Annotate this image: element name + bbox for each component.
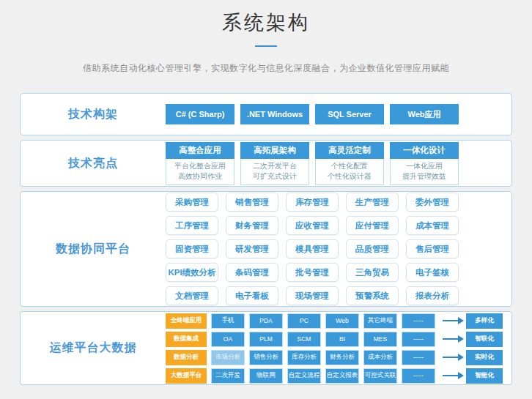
highlight-card-body: 个性化配置 个性化设计器 — [315, 159, 384, 185]
node-box: 库存分析 — [287, 350, 321, 365]
page-title: 系统架构 — [0, 10, 532, 36]
result-box: 智能化 — [466, 368, 503, 384]
node-box: ----- — [402, 368, 435, 384]
node-box: BI — [325, 332, 359, 347]
module-button: 三角贸易 — [346, 263, 399, 282]
node-box: MES — [363, 332, 397, 347]
bigdata-rows: 全终端应用 手机 PDA PC Web 其它终端 ----- 多样化 数据集成 … — [166, 312, 511, 384]
module-button: 财务管理 — [226, 216, 278, 235]
highlight-line: 平台化整合应用 — [166, 161, 234, 171]
module-button: 研发管理 — [226, 239, 278, 258]
module-button: 电子签核 — [406, 263, 459, 282]
result-box: 实时化 — [466, 350, 503, 365]
tech-stack-buttons: C# (C Sharp) .NET Windows SQL Server Web… — [166, 94, 511, 135]
category-label: 大数据平台 — [166, 368, 207, 384]
highlight-line: 个性化设计器 — [316, 171, 383, 182]
tech-button: Web应用 — [390, 104, 459, 124]
section-bigdata: 运维平台大数据 全终端应用 手机 PDA PC Web 其它终端 ----- 多… — [20, 311, 512, 385]
module-button: 生产管理 — [346, 193, 399, 212]
flow-arrow-icon — [443, 357, 459, 358]
result-box: 智联化 — [466, 332, 503, 347]
node-box: 自定义流程 — [287, 368, 321, 384]
highlight-line: 二次开发平台 — [241, 161, 309, 171]
bigdata-row: 大数据平台 二次开发 物联网 自定义流程 自定义报表 可控式关联 ----- 智… — [166, 368, 503, 384]
module-button: 售后管理 — [406, 239, 459, 258]
highlight-line: 一体化应用 — [391, 161, 458, 171]
module-button: 文档管理 — [166, 286, 218, 305]
node-box: 其它终端 — [363, 313, 397, 329]
node-box: PC — [287, 313, 321, 329]
module-button: 委外管理 — [406, 193, 459, 212]
highlight-card-title: 高整合应用 — [166, 142, 234, 159]
module-button: 报表分析 — [406, 286, 459, 305]
module-button: 品质管理 — [346, 239, 399, 258]
node-box: ----- — [402, 313, 435, 329]
module-button: 批号管理 — [286, 263, 339, 282]
module-button: 工序管理 — [166, 216, 218, 235]
node-box: ----- — [402, 350, 435, 365]
module-grid-wrap: 采购管理 销售管理 库存管理 生产管理 委外管理 工序管理 财务管理 应收管理 … — [166, 192, 511, 306]
highlight-card-body: 一体化应用 提升管理效益 — [390, 159, 459, 185]
section-data-platform: 数据协同平台 采购管理 销售管理 库存管理 生产管理 委外管理 工序管理 财务管… — [20, 191, 512, 307]
node-box: 手机 — [211, 313, 245, 329]
tech-button: SQL Server — [315, 104, 384, 124]
module-grid: 采购管理 销售管理 库存管理 生产管理 委外管理 工序管理 财务管理 应收管理 … — [166, 193, 459, 305]
node-box: 二次开发 — [211, 368, 245, 384]
bigdata-row: 数据分析 市场分析 销售分析 库存分析 财务分析 成本分析 ----- 实时化 — [166, 350, 503, 365]
section-label-bigdata: 运维平台大数据 — [21, 312, 166, 384]
highlight-line: 高效协同作业 — [166, 171, 234, 182]
node-box: 成本分析 — [363, 350, 397, 365]
node-box: OA — [211, 332, 245, 347]
highlight-card-body: 二次开发平台 可扩充式设计 — [240, 159, 309, 185]
node-box: 销售分析 — [249, 350, 283, 365]
section-label-tech-stack: 技术构架 — [21, 94, 166, 135]
module-button: 电子看板 — [226, 286, 278, 305]
category-label: 数据分析 — [166, 350, 207, 365]
highlight-card: 高整合应用 平台化整合应用 高效协同作业 — [166, 142, 234, 185]
node-box: PLM — [249, 332, 283, 347]
system-architecture-page: 系统架构 借助系统自动化核心管理引擎，实现数字化与信息化深度融合，为企业数值化管… — [0, 0, 532, 385]
node-box: ----- — [402, 332, 435, 347]
section-label-highlights: 技术亮点 — [21, 141, 166, 186]
category-label: 数据集成 — [166, 332, 207, 347]
category-label: 全终端应用 — [166, 313, 207, 329]
node-box: 可控式关联 — [363, 368, 397, 384]
node-box: 物联网 — [249, 368, 283, 384]
node-box: 市场分析 — [211, 350, 245, 365]
highlight-card-body: 平台化整合应用 高效协同作业 — [166, 159, 234, 185]
highlight-card-title: 高灵活定制 — [315, 142, 384, 159]
tech-button: .NET Windows — [240, 104, 309, 124]
bigdata-row: 数据集成 OA PLM SCM BI MES ----- 智联化 — [166, 332, 503, 347]
page-subtitle: 借助系统自动化核心管理引擎，实现数字化与信息化深度融合，为企业数值化管理应用赋能 — [0, 62, 532, 75]
module-button: 预警系统 — [346, 286, 399, 305]
flow-arrow-icon — [443, 375, 459, 376]
module-button: 销售管理 — [226, 193, 278, 212]
node-box: Web — [325, 313, 359, 329]
module-button: KPI绩效分析 — [166, 263, 218, 282]
flow-arrow-icon — [443, 338, 459, 340]
module-button: 条码管理 — [226, 263, 278, 282]
highlight-line: 可扩充式设计 — [241, 171, 309, 182]
module-button: 应收管理 — [286, 216, 339, 235]
module-button: 采购管理 — [166, 193, 218, 212]
title-underline — [255, 45, 277, 47]
module-button: 成本管理 — [406, 216, 459, 235]
section-highlights: 技术亮点 高整合应用 平台化整合应用 高效协同作业 高拓展架构 二次开发平台 可… — [20, 140, 512, 187]
highlight-card-title: 一体化设计 — [390, 142, 459, 159]
module-button: 固资管理 — [166, 239, 218, 258]
bigdata-row: 全终端应用 手机 PDA PC Web 其它终端 ----- 多样化 — [166, 313, 503, 329]
module-button: 模具管理 — [286, 239, 339, 258]
module-button: 库存管理 — [286, 193, 339, 212]
highlight-cards: 高整合应用 平台化整合应用 高效协同作业 高拓展架构 二次开发平台 可扩充式设计… — [166, 141, 511, 186]
section-label-data-platform: 数据协同平台 — [21, 192, 166, 306]
module-button: 应付管理 — [346, 216, 399, 235]
section-tech-stack: 技术构架 C# (C Sharp) .NET Windows SQL Serve… — [20, 93, 512, 135]
highlight-line: 个性化配置 — [316, 161, 383, 171]
node-box: 自定义报表 — [325, 368, 359, 384]
flow-arrow-icon — [443, 320, 459, 321]
result-box: 多样化 — [466, 313, 503, 329]
node-box: SCM — [287, 332, 321, 347]
highlight-card-title: 高拓展架构 — [240, 142, 309, 159]
highlight-card: 高灵活定制 个性化配置 个性化设计器 — [315, 142, 384, 185]
highlight-line: 提升管理效益 — [391, 171, 458, 182]
